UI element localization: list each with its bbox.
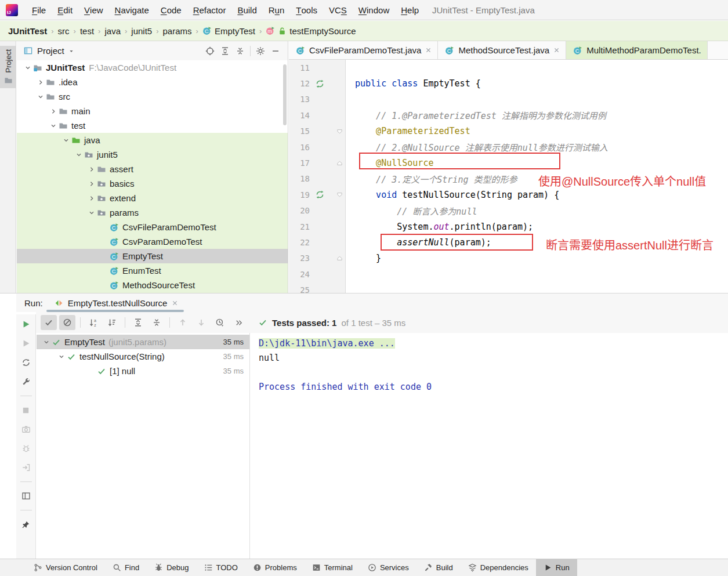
- tree-item-csvfileparamdemotest[interactable]: CCsvFileParamDemoTest: [17, 220, 288, 234]
- chevron-closed-icon[interactable]: [86, 194, 97, 202]
- rerun-button[interactable]: [19, 318, 33, 331]
- tree-item-enumtest[interactable]: CEnumTest: [17, 263, 288, 278]
- menu-code[interactable]: Code: [155, 0, 187, 20]
- chevron-open-icon[interactable]: [56, 353, 67, 361]
- collapse-all-button[interactable]: [149, 315, 165, 330]
- test-settings-button[interactable]: [19, 375, 33, 388]
- code-line-11[interactable]: 11: [289, 60, 728, 75]
- sort-duration-button[interactable]: [104, 315, 120, 330]
- menu-help[interactable]: Help: [395, 0, 425, 20]
- toolwindow-button-run[interactable]: Run: [536, 559, 577, 576]
- breadcrumb-item-src[interactable]: src: [58, 26, 70, 36]
- fold-marker-icon[interactable]: [336, 160, 343, 167]
- breadcrumb-item-java[interactable]: java: [104, 26, 121, 36]
- breadcrumb-item-emptytest[interactable]: CEmptyTest: [202, 26, 255, 36]
- tree-item-csvparamdemotest[interactable]: CCsvParamDemoTest: [17, 234, 288, 249]
- menu-build[interactable]: Build: [231, 0, 262, 20]
- run-tab[interactable]: EmptyTest.testNullSource: [53, 294, 184, 312]
- code-line-20[interactable]: 20 // 断言入参为null: [289, 203, 728, 219]
- chevron-down-icon[interactable]: [68, 48, 75, 55]
- tree-item-params[interactable]: params: [17, 205, 288, 220]
- run-test-icon[interactable]: [316, 190, 324, 199]
- arrow-down-button[interactable]: [193, 315, 209, 330]
- fold-marker-icon[interactable]: [336, 255, 343, 262]
- chevron-closed-icon[interactable]: [48, 107, 59, 115]
- test-result-row[interactable]: EmptyTest(junit5.params)35 ms: [37, 335, 249, 349]
- tree-item-emptytest[interactable]: CEmptyTest: [17, 249, 288, 263]
- chevron-open-icon[interactable]: [23, 64, 33, 72]
- toolwindow-button-find[interactable]: Find: [105, 559, 147, 576]
- tree-item-assert[interactable]: assert: [17, 162, 288, 176]
- tree-item-methodsourcetest[interactable]: CMethodSourceTest: [17, 278, 288, 292]
- breadcrumb-item-test[interactable]: test: [80, 26, 94, 36]
- ignored-button[interactable]: [59, 315, 75, 330]
- chevron-closed-icon[interactable]: [35, 78, 46, 86]
- minus-button[interactable]: [268, 44, 283, 58]
- locate-button[interactable]: [202, 44, 218, 58]
- toolwindow-button-problems[interactable]: Problems: [245, 559, 305, 576]
- chevron-open-icon[interactable]: [74, 151, 84, 159]
- code-line-17[interactable]: 17 @NullSource: [289, 155, 728, 171]
- collapse-all-button[interactable]: [233, 44, 248, 58]
- menu-refactor[interactable]: Refactor: [187, 0, 232, 20]
- menu-view[interactable]: View: [78, 0, 109, 20]
- arrow-up-button[interactable]: [175, 315, 191, 330]
- toolwindow-button-version-control[interactable]: Version Control: [26, 559, 105, 576]
- toolwindow-button-build[interactable]: Build: [416, 559, 461, 576]
- toolwindow-button-todo[interactable]: TODO: [197, 559, 245, 576]
- menu-navigate[interactable]: Navigate: [109, 0, 155, 20]
- code-line-19[interactable]: 19 void testNullSource(String param) {: [289, 187, 728, 202]
- run-console[interactable]: D:\jdk-11\bin\java.exe ...nullProcess fi…: [251, 333, 728, 559]
- menu-run[interactable]: Run: [263, 0, 291, 20]
- check-button[interactable]: [41, 315, 57, 330]
- dump-threads-button[interactable]: [19, 423, 33, 436]
- menu-window[interactable]: Window: [353, 0, 395, 20]
- code-line-25[interactable]: 25: [289, 282, 728, 293]
- project-scrollbar[interactable]: [283, 64, 287, 125]
- toolwindow-button-debug[interactable]: Debug: [147, 559, 196, 576]
- stripe-button-project[interactable]: Project: [0, 46, 16, 88]
- tree-item-java[interactable]: java: [17, 133, 288, 147]
- code-line-13[interactable]: 13: [289, 92, 728, 107]
- chevron-open-icon[interactable]: [48, 122, 59, 130]
- close-icon[interactable]: [553, 47, 560, 53]
- close-icon[interactable]: [172, 300, 178, 306]
- tree-item-basics[interactable]: basics: [17, 176, 288, 191]
- menu-tools[interactable]: Tools: [290, 0, 323, 20]
- chevron-closed-icon[interactable]: [86, 165, 97, 173]
- tree-item-extend[interactable]: extend: [17, 191, 288, 205]
- toolwindow-button-services[interactable]: Services: [360, 559, 416, 576]
- code-line-16[interactable]: 16 // 2.@NullSource 注解表示使用null参数进行测试输入: [289, 139, 728, 155]
- code-line-12[interactable]: 12public class EmptyTest {: [289, 75, 728, 91]
- editor-tab-multimethodparamdemotest[interactable]: CMultiMethodParamDemoTest.: [566, 41, 708, 59]
- code-line-24[interactable]: 24: [289, 266, 728, 282]
- gear-button[interactable]: [253, 44, 268, 58]
- code-line-15[interactable]: 15 @ParameterizedTest: [289, 124, 728, 139]
- close-icon[interactable]: [425, 47, 432, 53]
- detach-button[interactable]: [19, 461, 33, 474]
- sort-alpha-button[interactable]: az: [85, 315, 102, 330]
- menu-edit[interactable]: Edit: [52, 0, 78, 20]
- attach-debugger-button[interactable]: [19, 442, 33, 455]
- editor-tab-csvfileparamdemotest[interactable]: CCsvFileParamDemoTest.java: [289, 41, 438, 59]
- chevron-closed-icon[interactable]: [86, 180, 97, 188]
- breadcrumb-item-junit5[interactable]: junit5: [131, 26, 152, 36]
- code-line-21[interactable]: 21 System.out.println(param);: [289, 219, 728, 234]
- tree-item-test[interactable]: test: [17, 118, 288, 133]
- editor-tab-methodsourcetest[interactable]: CMethodSourceTest.java: [438, 41, 566, 59]
- test-result-row[interactable]: [1] null35 ms: [37, 364, 249, 378]
- pin-tab-button[interactable]: [19, 518, 33, 531]
- chevron-open-icon[interactable]: [35, 93, 46, 101]
- run-test-icon[interactable]: [316, 79, 324, 88]
- breadcrumb-item-params[interactable]: params: [163, 26, 192, 36]
- test-result-row[interactable]: testNullSource(String)35 ms: [37, 349, 249, 364]
- toolwindow-button-dependencies[interactable]: Dependencies: [461, 559, 536, 576]
- chevron-open-icon[interactable]: [86, 209, 97, 217]
- project-panel-title[interactable]: Project: [37, 46, 64, 56]
- chevron-open-icon[interactable]: [41, 338, 52, 346]
- history-button[interactable]: [212, 315, 228, 330]
- expand-all-button[interactable]: [218, 44, 233, 58]
- chevron-open-icon[interactable]: [61, 136, 71, 144]
- toolwindow-button-terminal[interactable]: Terminal: [305, 559, 360, 576]
- tree-item-src[interactable]: src: [17, 89, 288, 104]
